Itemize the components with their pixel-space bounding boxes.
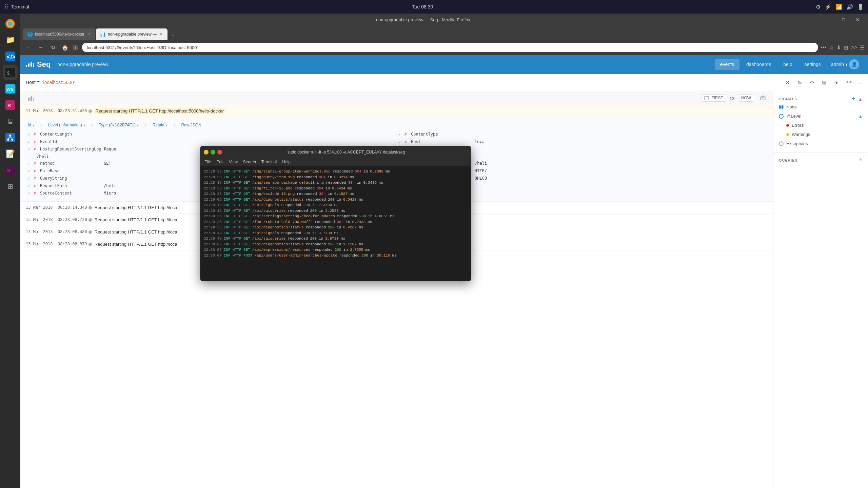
window-close-btn[interactable]: ✕ xyxy=(851,15,865,24)
signals-collapse-btn[interactable]: ▲ xyxy=(858,96,863,102)
t-ms: ms xyxy=(350,191,354,197)
prop-include-btn[interactable]: ✓ xyxy=(26,168,31,174)
signal-level[interactable]: @Level ▲ xyxy=(779,111,863,121)
sidebar-icon-files[interactable]: 📁 xyxy=(3,33,18,47)
nav-settings[interactable]: settings xyxy=(799,59,826,70)
signals-add-btn[interactable]: + xyxy=(852,95,855,102)
nav-admin[interactable]: admin ▾ 👤 xyxy=(828,57,863,72)
wifi-icon[interactable]: 📶 xyxy=(835,4,842,10)
signal-errors[interactable]: Errors xyxy=(779,121,863,130)
settings-icon[interactable]: ⚙ xyxy=(816,4,821,10)
prop-include-btn[interactable]: ✓ xyxy=(26,191,31,196)
back-button[interactable]: ← xyxy=(24,43,33,52)
download-icon[interactable]: ⬇ xyxy=(836,44,841,51)
prop-include-btn[interactable]: ✓ xyxy=(26,161,31,166)
queries-add-btn[interactable]: + xyxy=(859,157,863,164)
filter-input[interactable] xyxy=(78,80,780,85)
bookmark-icon[interactable]: ☆ xyxy=(829,44,834,51)
terminal-menu-view[interactable]: View xyxy=(229,160,238,164)
prop-include-btn[interactable]: ✓ xyxy=(26,132,31,137)
more-options-icon[interactable]: ••• xyxy=(821,44,827,50)
notification-icon[interactable]: ⚡ xyxy=(825,4,831,10)
terminal-menu-file[interactable]: File xyxy=(204,160,211,164)
prop-exclude-btn[interactable]: ✗ xyxy=(32,161,37,166)
event-tag-id[interactable]: Id ▾ xyxy=(26,122,36,128)
date-to-input[interactable]: NOW xyxy=(738,94,754,102)
terminal-minimize-btn[interactable]: — xyxy=(204,150,209,155)
app-menu-icon[interactable]: ⠿ xyxy=(4,3,8,11)
tab-close-1[interactable]: ✕ xyxy=(86,31,91,37)
prop-exclude-btn[interactable]: ✗ xyxy=(403,139,408,145)
sidebar-icon-sticky[interactable]: 📝 xyxy=(3,146,18,161)
window-maximize-btn[interactable]: □ xyxy=(837,15,850,24)
nav-help[interactable]: help xyxy=(778,59,797,70)
signal-none[interactable]: None xyxy=(779,102,863,111)
filter-dropdown-btn[interactable]: ▾ xyxy=(831,77,842,87)
volume-icon[interactable]: 🔊 xyxy=(846,4,853,10)
event-tag-level[interactable]: Level (Information) ▾ xyxy=(46,122,87,128)
prop-exclude-btn[interactable]: ✗ xyxy=(32,139,37,145)
prop-include-btn[interactable]: ✓ xyxy=(26,147,31,152)
filter-expand-btn[interactable]: >> xyxy=(844,77,854,87)
tab-hello-docker[interactable]: 🌐 localhost:5000/hello-docker ✕ xyxy=(23,28,95,40)
signal-warnings[interactable]: Warnings xyxy=(779,130,863,139)
tab-seq-preview[interactable]: 📊 non-upgradable preview — ✕ xyxy=(96,28,167,40)
filter-refresh-btn[interactable]: ↻ xyxy=(795,77,805,87)
prop-include-btn[interactable]: ✓ xyxy=(26,183,31,189)
window-minimize-btn[interactable]: — xyxy=(823,15,836,24)
browser-chrome: 🌐 localhost:5000/hello-docker ✕ 📊 non-up… xyxy=(20,26,868,55)
sidebar-icon-rider[interactable]: R xyxy=(3,98,18,113)
filter-clear-btn[interactable]: ✕ xyxy=(783,77,793,87)
prop-exclude-btn[interactable]: ✗ xyxy=(32,183,37,189)
sidebar-icon-webstorm[interactable]: WS xyxy=(3,81,18,96)
synced-tabs-icon[interactable]: ⊞ xyxy=(844,44,848,51)
prop-exclude-btn[interactable]: ✗ xyxy=(32,168,37,174)
home-button[interactable]: 🏠 xyxy=(60,43,70,52)
event-tag-retain[interactable]: Retain ▾ xyxy=(151,122,170,128)
prop-include-btn[interactable]: ✓ xyxy=(26,176,31,181)
battery-icon[interactable]: 🔋 xyxy=(857,4,864,10)
prop-exclude-btn[interactable]: ✗ xyxy=(32,191,37,196)
date-from-input[interactable]: FIRST xyxy=(701,94,726,102)
sidebar-icon-firefox[interactable] xyxy=(3,16,18,31)
filter-chart-btn[interactable]: ⊞ xyxy=(819,77,829,87)
signal-exceptions[interactable]: Exceptions xyxy=(779,139,863,148)
prop-exclude-btn[interactable]: ✗ xyxy=(32,176,37,181)
t-time: 22:30:05 xyxy=(204,242,222,247)
chart-toggle-btn[interactable] xyxy=(26,93,35,103)
forward-button[interactable]: → xyxy=(36,43,45,52)
sidebar-icon-terminal[interactable]: $_ xyxy=(3,65,18,80)
prop-include-btn[interactable]: ✓ xyxy=(26,139,31,145)
terminal-close-btn[interactable]: ✕ xyxy=(217,150,222,155)
event-tag-type[interactable]: Type (0x1C2B74E1) ▾ xyxy=(97,122,141,128)
new-tab-button[interactable]: + xyxy=(168,30,178,40)
address-input[interactable] xyxy=(82,43,818,52)
terminal-menu-search[interactable]: Search xyxy=(243,160,256,164)
terminal-menu-terminal[interactable]: Terminal xyxy=(261,160,277,164)
prop-exclude-btn[interactable]: ✗ xyxy=(403,132,408,137)
expand-icon[interactable]: >> xyxy=(851,44,857,50)
sidebar-icon-slack[interactable]: S xyxy=(3,163,18,178)
terminal-menu-help[interactable]: Help xyxy=(282,160,291,164)
sidebar-icon-apps[interactable]: ⊞ xyxy=(3,179,18,194)
camera-btn[interactable] xyxy=(758,93,768,103)
prop-include-btn[interactable]: ✓ xyxy=(397,132,402,137)
prop-exclude-btn[interactable]: ✗ xyxy=(32,147,37,152)
nav-events[interactable]: events xyxy=(715,59,739,70)
tab-close-2[interactable]: ✕ xyxy=(159,31,163,37)
hamburger-icon[interactable]: ☰ xyxy=(860,44,865,51)
event-tag-rawjson[interactable]: Raw JSON xyxy=(179,122,203,128)
terminal-body[interactable]: 22:28:35 INF HTTP GET /img/signal-group-… xyxy=(200,166,471,281)
prop-include-btn[interactable]: ✓ xyxy=(397,139,402,145)
terminal-menu-edit[interactable]: Edit xyxy=(216,160,223,164)
refresh-button[interactable]: ↻ xyxy=(48,43,58,52)
level-expand-btn[interactable]: ▲ xyxy=(859,114,863,119)
event-header-1[interactable]: 13 Mar 2018 08:28:31.435 Request startin… xyxy=(20,105,773,117)
prop-exclude-btn[interactable]: ✗ xyxy=(32,132,37,137)
filter-tail-btn[interactable]: ∞ xyxy=(807,77,817,87)
sidebar-icon-remote[interactable]: 🖥 xyxy=(3,114,18,129)
sidebar-icon-vscode[interactable]: </> xyxy=(3,49,18,64)
sidebar-icon-sourcetree[interactable] xyxy=(3,130,18,145)
terminal-maximize-btn[interactable]: □ xyxy=(211,150,215,155)
nav-dashboards[interactable]: dashboards xyxy=(741,59,776,70)
